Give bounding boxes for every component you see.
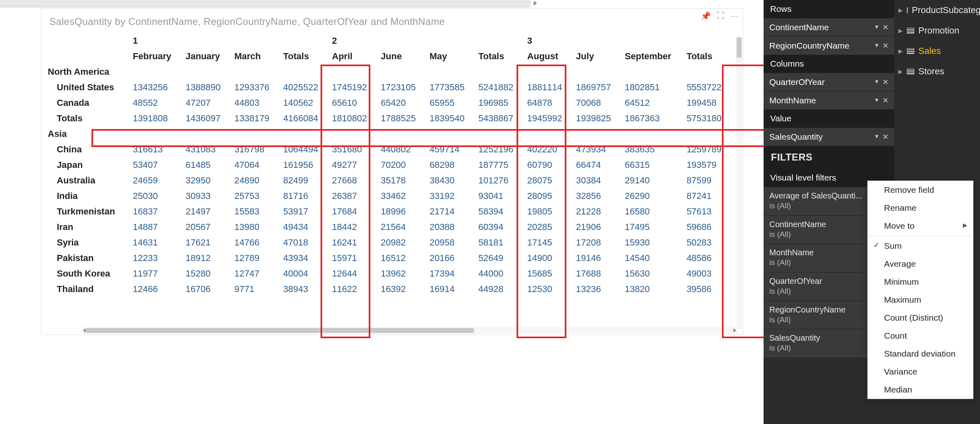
cell-value: 1745192	[328, 80, 377, 95]
table-item[interactable]: ▶Sales	[894, 41, 980, 61]
focus-mode-icon[interactable]: ⛶	[717, 11, 725, 21]
value-field[interactable]: SalesQuantity▾✕	[764, 127, 894, 146]
cell-value: 20285	[523, 219, 572, 235]
remove-icon[interactable]: ✕	[882, 96, 889, 105]
quarter-header[interactable]: 2	[328, 33, 523, 49]
more-options-icon[interactable]: ⋯	[731, 11, 739, 21]
cell-value: 14887	[129, 219, 181, 235]
remove-icon[interactable]: ✕	[882, 132, 889, 141]
month-header[interactable]: January	[181, 49, 230, 64]
group-header[interactable]: North America	[45, 64, 731, 80]
remove-icon[interactable]: ✕	[882, 23, 889, 32]
quarter-header[interactable]: 3	[523, 33, 731, 49]
month-header[interactable]: September	[621, 49, 682, 64]
expand-icon[interactable]: ▶	[898, 27, 903, 34]
table-item[interactable]: ▶Promotion	[894, 20, 980, 41]
totals-header[interactable]: Totals	[279, 49, 328, 64]
cell-value: 473934	[572, 142, 621, 157]
ctx-sum[interactable]: Sum	[868, 237, 973, 255]
row-header[interactable]: South Korea	[45, 266, 129, 281]
row-header[interactable]: China	[45, 142, 129, 157]
dropdown-icon[interactable]: ▾	[875, 41, 878, 50]
row-header[interactable]: India	[45, 188, 129, 204]
row-header[interactable]: Iran	[45, 219, 129, 235]
ctx-move-to[interactable]: Move to	[868, 217, 973, 235]
field-context-menu[interactable]: Remove field Rename Move to Sum Average …	[867, 181, 973, 399]
cell-value: 29140	[621, 173, 682, 188]
cell-value: 16837	[129, 204, 181, 219]
cell-value: 81716	[279, 188, 328, 204]
totals-header[interactable]: Totals	[474, 49, 523, 64]
month-header[interactable]: August	[523, 49, 572, 64]
ctx-rename[interactable]: Rename	[868, 199, 973, 217]
ctx-standard-deviation[interactable]: Standard deviation	[868, 345, 973, 363]
totals-header[interactable]: Totals	[682, 49, 731, 64]
expand-icon[interactable]: ▶	[898, 68, 903, 75]
cell-value: 16914	[425, 281, 474, 297]
cell-value: 32856	[572, 188, 621, 204]
dropdown-icon[interactable]: ▾	[875, 132, 878, 141]
totals-row-header[interactable]: Totals	[45, 111, 129, 126]
row-header[interactable]: Japan	[45, 157, 129, 173]
row-header[interactable]: Australia	[45, 173, 129, 188]
cell-value: 11622	[328, 281, 377, 297]
month-header[interactable]: July	[572, 49, 621, 64]
row-header[interactable]: Pakistan	[45, 250, 129, 266]
row-header[interactable]: United States	[45, 80, 129, 95]
column-field[interactable]: MonthName▾✕	[764, 91, 894, 109]
row-header[interactable]: Canada	[45, 95, 129, 111]
month-header[interactable]: February	[129, 49, 181, 64]
row-header[interactable]: Thailand	[45, 281, 129, 297]
row-field[interactable]: RegionCountryName▾✕	[764, 36, 894, 55]
remove-icon[interactable]: ✕	[882, 78, 889, 87]
scroll-thumb[interactable]	[737, 37, 742, 58]
ctx-count[interactable]: Count	[868, 327, 973, 345]
row-header[interactable]: Turkmenistan	[45, 204, 129, 219]
dropdown-icon[interactable]: ▾	[875, 96, 878, 105]
group-header[interactable]: Asia	[45, 126, 731, 142]
table-item[interactable]: ▶Stores	[894, 61, 980, 82]
cell-value: 1343256	[129, 80, 181, 95]
month-header[interactable]: June	[377, 49, 426, 64]
cell-value: 16241	[328, 235, 377, 250]
quarter-header[interactable]: 1	[129, 33, 328, 49]
matrix-body[interactable]: 1 2 3 February January March Totals Apri…	[45, 33, 737, 330]
horizontal-scrollbar[interactable]	[82, 327, 737, 334]
month-header[interactable]: May	[425, 49, 474, 64]
cell-value: 26387	[328, 188, 377, 204]
cell-value: 17145	[523, 235, 572, 250]
remove-icon[interactable]: ✕	[882, 41, 889, 50]
cell-value: 1773585	[425, 80, 474, 95]
cell-value: 1869757	[572, 80, 621, 95]
pin-icon[interactable]: 📌	[701, 11, 711, 21]
cell-value: 87599	[682, 173, 731, 188]
expand-icon[interactable]: ▶	[898, 48, 903, 54]
month-header[interactable]: April	[328, 49, 377, 64]
ctx-minimum[interactable]: Minimum	[868, 273, 973, 291]
cell-value: 52649	[474, 250, 523, 266]
matrix-visual[interactable]: 📌 ⛶ ⋯ SalesQuantity by ContinentName, Re…	[41, 8, 743, 335]
expand-icon[interactable]: ▶	[898, 7, 903, 13]
ctx-maximum[interactable]: Maximum	[868, 291, 973, 309]
cell-value: 15280	[181, 266, 230, 281]
column-field[interactable]: QuarterOfYear▾✕	[764, 73, 894, 91]
month-header[interactable]: March	[230, 49, 279, 64]
dropdown-icon[interactable]: ▾	[875, 23, 878, 32]
dropdown-icon[interactable]: ▾	[875, 78, 878, 87]
row-header[interactable]: Syria	[45, 235, 129, 250]
cell-value: 82499	[279, 173, 328, 188]
cell-value: 35178	[377, 173, 426, 188]
vertical-scrollbar[interactable]	[736, 37, 742, 329]
row-field[interactable]: ContinentName▾✕	[764, 18, 894, 36]
ctx-median[interactable]: Median	[868, 381, 973, 399]
cell-value: 68298	[425, 157, 474, 173]
ctx-count-distinct[interactable]: Count (Distinct)	[868, 309, 973, 327]
scroll-thumb[interactable]	[86, 328, 474, 333]
ctx-average[interactable]: Average	[868, 255, 973, 273]
cell-value: 65955	[425, 95, 474, 111]
table-item[interactable]: ▶ProductSubcateg	[894, 0, 980, 20]
ctx-variance[interactable]: Variance	[868, 363, 973, 381]
ctx-remove-field[interactable]: Remove field	[868, 181, 973, 199]
cell-value: 1388890	[181, 80, 230, 95]
columns-well-header: Columns	[764, 55, 894, 73]
